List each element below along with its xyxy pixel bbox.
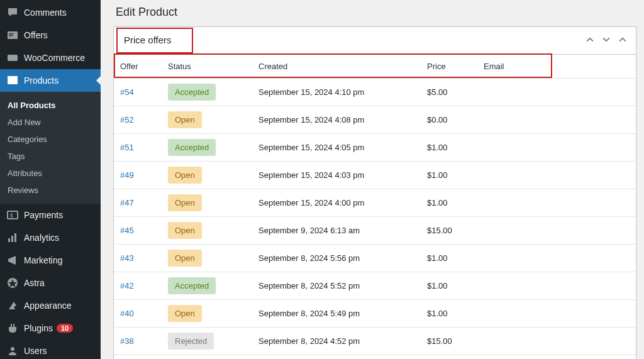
sidebar-item-payments[interactable]: $Payments [0,204,101,226]
panel-header: Price offers [114,27,636,55]
submenu-item-categories[interactable]: Categories [0,131,101,148]
offer-link[interactable]: #38 [120,336,134,346]
status-badge: Open [168,194,202,211]
panel-down-icon[interactable] [601,34,612,47]
price-offers-panel: Price offers Offer Status [113,26,636,359]
comment-icon [6,6,19,19]
update-badge: 10 [57,324,73,333]
offer-link[interactable]: #43 [120,253,134,263]
price-cell: $1.00 [421,248,477,268]
svg-point-12 [11,347,14,351]
panel-toggle-icon[interactable] [617,34,628,47]
table-row: #43OpenSeptember 8, 2024 5:56 pm$1.00 [114,245,636,272]
sidebar-item-label: Users [24,346,47,356]
status-badge: Accepted [168,277,216,294]
sidebar-item-products[interactable]: Products [0,69,101,92]
submenu-item-tags[interactable]: Tags [0,148,101,165]
svg-rect-5 [8,76,18,78]
created-cell: September 15, 2024 4:10 pm [252,82,421,102]
offer-link[interactable]: #51 [120,143,134,152]
price-cell: $15.00 [421,221,477,240]
sidebar-item-label: Appearance [24,301,72,311]
table-row: #40OpenSeptember 8, 2024 5:49 pm$1.00 [114,300,636,328]
created-cell: September 15, 2024 4:03 pm [252,165,421,185]
sidebar-item-offers[interactable]: Offers [0,24,101,47]
offer-link[interactable]: #40 [120,309,134,318]
sidebar-item-label: WooCommerce [24,53,85,63]
email-cell [477,143,636,153]
panel-title: Price offers [124,35,172,45]
submenu-item-attributes[interactable]: Attributes [0,165,101,182]
svg-rect-9 [11,236,13,242]
price-cell: $5.00 [421,82,477,102]
col-status: Status [162,55,252,77]
submenu-item-add-new[interactable]: Add New [0,114,101,131]
email-cell [477,115,636,125]
submenu-item-reviews[interactable]: Reviews [0,182,101,199]
svg-rect-2 [9,35,13,36]
created-cell: September 9, 2024 6:13 am [252,221,421,240]
price-cell: $1.00 [421,165,477,185]
offer-link[interactable]: #52 [120,115,134,124]
offer-link[interactable]: #54 [120,87,134,97]
sidebar-item-woocommerce[interactable]: WooCommerce [0,47,101,69]
created-cell: September 8, 2024 5:56 pm [252,248,421,268]
sidebar-item-label: Payments [24,210,63,220]
table-row: #51AcceptedSeptember 15, 2024 4:05 pm$1.… [114,134,636,162]
created-cell: September 15, 2024 4:08 pm [252,110,421,130]
table-row: #54AcceptedSeptember 15, 2024 4:10 pm$5.… [114,79,636,106]
email-cell [477,309,636,319]
sidebar-item-label: Astra [24,278,45,288]
table-row: #45OpenSeptember 9, 2024 6:13 am$15.00 [114,217,636,245]
main-content: Edit Product Price offers [101,0,644,359]
created-cell: September 8, 2024 5:49 pm [252,304,421,323]
table-row: #37AcceptedSeptember 8, 2024 4:07 pm$10.… [114,355,636,359]
table-row: #38RejectedSeptember 8, 2024 4:52 pm$15.… [114,328,636,355]
panel-actions [584,34,628,47]
sidebar-item-analytics[interactable]: Analytics [0,226,101,249]
svg-rect-8 [8,238,10,242]
sidebar-item-appearance[interactable]: Appearance [0,294,101,317]
price-cell: $1.00 [421,304,477,323]
table-row: #47OpenSeptember 15, 2024 4:00 pm$1.00 [114,189,636,217]
analytics-icon [6,231,19,244]
sidebar-item-plugins[interactable]: Plugins10 [0,317,101,340]
offer-link[interactable]: #49 [120,170,134,180]
products-submenu: All ProductsAdd NewCategoriesTagsAttribu… [0,92,101,204]
panel-up-icon[interactable] [584,34,596,47]
astra-icon [6,277,19,289]
marketing-icon [6,254,19,267]
created-cell: September 15, 2024 4:00 pm [252,193,421,213]
table-row: #52OpenSeptember 15, 2024 4:08 pm$0.00 [114,106,636,134]
sidebar-item-astra[interactable]: Astra [0,272,101,294]
sidebar-item-marketing[interactable]: Marketing [0,249,101,272]
sidebar-item-label: Marketing [24,255,62,265]
sidebar-item-label: Products [24,75,58,86]
status-badge: Open [168,305,202,322]
offer-link[interactable]: #45 [120,226,134,235]
svg-rect-3 [8,55,18,61]
payments-icon: $ [6,209,19,221]
sidebar-item-users[interactable]: Users [0,340,101,359]
plugins-icon [6,322,19,334]
email-cell [477,198,636,208]
status-badge: Accepted [168,84,216,101]
table-row: #49OpenSeptember 15, 2024 4:03 pm$1.00 [114,162,636,189]
price-cell: $1.00 [421,276,477,295]
created-cell: September 8, 2024 4:52 pm [252,331,421,351]
col-created: Created [252,55,421,77]
created-cell: September 8, 2024 5:52 pm [252,276,421,295]
price-cell: $15.00 [421,331,477,351]
offer-link[interactable]: #42 [120,281,134,290]
products-icon [6,74,19,87]
offer-icon [6,29,19,41]
email-cell [477,281,636,291]
svg-text:$: $ [10,213,13,219]
submenu-item-all-products[interactable]: All Products [0,97,101,114]
offers-table: Offer Status Created Price Email #54Acce… [114,55,636,359]
price-cell: $1.00 [421,138,477,157]
sidebar-item-comments[interactable]: Comments [0,1,101,24]
status-badge: Open [168,250,202,267]
svg-rect-1 [9,33,14,35]
offer-link[interactable]: #47 [120,198,134,207]
